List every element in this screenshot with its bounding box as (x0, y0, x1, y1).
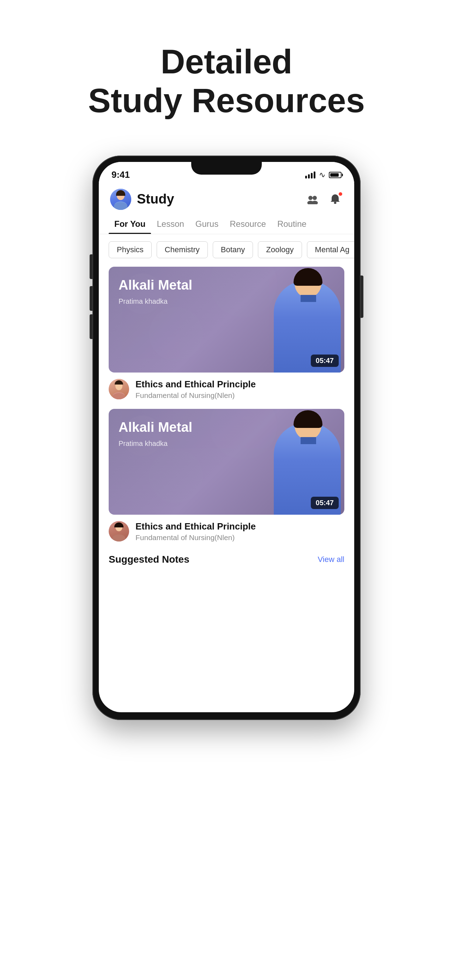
avatar-image (110, 189, 131, 210)
chip-zoology[interactable]: Zoology (258, 241, 302, 258)
chip-botany[interactable]: Botany (213, 241, 253, 258)
video-duration-2: 05:47 (311, 497, 339, 509)
app-header: Study (99, 183, 354, 213)
phone-container: 9:41 ∿ (0, 148, 453, 748)
lesson-item-2[interactable]: Ethics and Ethical Principle Fundamental… (99, 515, 354, 548)
svg-point-1 (313, 196, 317, 200)
video-text-overlay-1: Alkali Metal Pratima khadka (109, 267, 344, 372)
page-header: Detailed Study Resources (0, 0, 453, 148)
chip-chemistry[interactable]: Chemistry (157, 241, 208, 258)
video-card-1[interactable]: Alkali Metal Pratima khadka 05:47 (109, 267, 344, 372)
status-icons: ∿ (305, 170, 342, 180)
lesson-subtitle-1: Fundamental of Nursing(Nlen) (135, 391, 344, 400)
group-icon (307, 194, 319, 204)
battery-icon (329, 172, 342, 178)
phone-screen: 9:41 ∿ (99, 162, 354, 712)
video-thumbnail-2: Alkali Metal Pratima khadka 05:47 (109, 409, 344, 515)
notification-button[interactable] (327, 192, 343, 207)
video-instructor-2: Pratima khadka (119, 439, 334, 448)
video-duration-1: 05:47 (311, 355, 339, 367)
suggested-notes-section: Suggested Notes View all (99, 548, 354, 568)
tab-gurus[interactable]: Gurus (190, 216, 224, 234)
video-instructor-1: Pratima khadka (119, 298, 334, 305)
page-title: Detailed Study Resources (21, 42, 432, 120)
app-title: Study (137, 192, 174, 207)
tab-routine[interactable]: Routine (272, 216, 312, 234)
tab-lesson[interactable]: Lesson (151, 216, 189, 234)
svg-point-4 (334, 202, 337, 204)
group-button[interactable] (305, 192, 320, 207)
video-card-2[interactable]: Alkali Metal Pratima khadka 05:47 (109, 409, 344, 515)
notification-dot (339, 192, 342, 196)
lesson-avatar-2 (109, 521, 129, 541)
tab-navigation: For You Lesson Gurus Resource Routine (99, 213, 354, 234)
video-thumbnail-1: Alkali Metal Pratima khadka 05:47 (109, 267, 344, 372)
app-header-left: Study (110, 189, 174, 210)
video-title-2: Alkali Metal (119, 420, 334, 436)
lesson-info-2: Ethics and Ethical Principle Fundamental… (135, 521, 344, 542)
signal-icon (305, 172, 315, 178)
headline-line2: Study Resources (88, 81, 365, 119)
chip-mental-ag[interactable]: Mental Ag (307, 241, 354, 258)
status-bar: 9:41 ∿ (99, 162, 354, 183)
notch-cutout (191, 162, 262, 175)
suggested-notes-title: Suggested Notes (109, 554, 189, 565)
lesson-info-1: Ethics and Ethical Principle Fundamental… (135, 379, 344, 400)
svg-point-0 (308, 196, 313, 200)
video-title-1: Alkali Metal (119, 277, 334, 294)
view-all-link[interactable]: View all (318, 555, 344, 564)
lesson-title-2: Ethics and Ethical Principle (135, 521, 344, 532)
lesson-item-1[interactable]: Ethics and Ethical Principle Fundamental… (99, 372, 354, 406)
bottom-padding (99, 568, 354, 589)
page-wrapper: Detailed Study Resources 9:41 ∿ (0, 0, 453, 980)
headline-line1: Detailed (161, 43, 292, 80)
app-header-right (305, 192, 343, 207)
video-text-overlay-2: Alkali Metal Pratima khadka (109, 409, 344, 515)
phone-frame: 9:41 ∿ (92, 156, 361, 720)
chip-physics[interactable]: Physics (109, 241, 152, 258)
lesson-avatar-1 (109, 379, 129, 399)
wifi-icon: ∿ (319, 170, 325, 180)
tab-for-you[interactable]: For You (109, 216, 151, 234)
tab-resource[interactable]: Resource (224, 216, 272, 234)
bell-icon (330, 194, 340, 205)
subject-chips: Physics Chemistry Botany Zoology Mental … (99, 234, 354, 264)
status-time: 9:41 (111, 169, 130, 180)
lesson-title-1: Ethics and Ethical Principle (135, 379, 344, 390)
avatar (110, 189, 131, 210)
lesson-subtitle-2: Fundamental of Nursing(Nlen) (135, 533, 344, 542)
